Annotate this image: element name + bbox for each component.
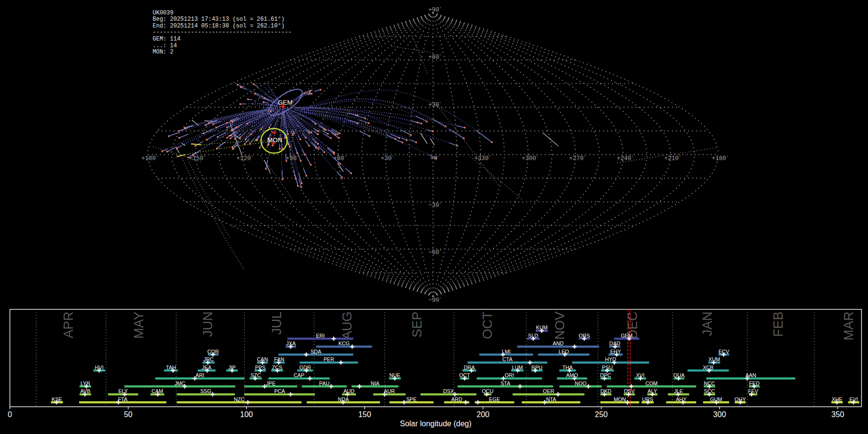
svg-text:GEM: GEM [621,333,633,339]
svg-text:KUM: KUM [536,325,548,330]
svg-text:AMO: AMO [566,372,578,378]
svg-text:+210°: +210° [664,155,681,162]
svg-text:ALY: ALY [648,388,657,394]
svg-text:50: 50 [124,410,133,419]
svg-text:PCA: PCA [274,388,285,394]
svg-text:EGE: EGE [489,396,500,402]
svg-text:...: 14: ...: 14 [153,42,177,49]
svg-text:JLE: JLE [674,388,683,394]
svg-text:AUR: AUR [384,388,395,394]
svg-text:JMC: JMC [175,380,185,386]
svg-text:SZC: SZC [250,372,261,378]
svg-text:JUL: JUL [270,312,284,335]
svg-text:AUD: AUD [343,388,354,394]
svg-text:NIA: NIA [371,380,380,386]
svg-text:End: 20251214 05:18:38 (sol =: End: 20251214 05:18:38 (sol = 262.10°) [153,23,285,29]
svg-text:FTA: FTA [118,396,128,402]
svg-text:+270°: +270° [569,155,586,162]
svg-text:LEO: LEO [558,349,569,354]
svg-text:DSX: DSX [443,388,454,394]
svg-text:KSE: KSE [52,396,62,402]
svg-text:AND: AND [553,340,564,346]
svg-text:300: 300 [713,410,726,419]
svg-text:FED: FED [749,380,760,386]
svg-text:SEP: SEP [410,312,424,338]
svg-text:JAN: JAN [700,312,715,336]
svg-text:MON: 2: MON: 2 [153,49,174,55]
svg-text:FAN: FAN [274,356,285,362]
svg-text:SDA: SDA [311,349,322,354]
svg-text:+180°: +180° [141,155,158,162]
svg-text:+300°: +300° [522,155,539,162]
svg-text:Beg: 20251213 17:43:13 (sol =: Beg: 20251213 17:43:13 (sol = 261.61°) [153,16,285,23]
svg-text:FEV: FEV [748,388,759,394]
svg-text:+120°: +120° [236,155,253,162]
svg-text:MON: MON [614,396,626,402]
svg-text:JIP: JIP [228,365,236,370]
svg-text:JRC: JRC [203,356,214,362]
svg-text:JPE: JPE [266,380,276,386]
svg-text:AVB: AVB [81,388,91,394]
svg-text:LYR: LYR [81,380,90,386]
svg-text:GEM: 114: GEM: 114 [153,36,181,42]
svg-text:NCC: NCC [704,380,715,386]
svg-text:OCT: OCT [459,372,470,378]
svg-text:AHY: AHY [676,396,686,402]
svg-text:PER: PER [324,356,334,362]
svg-text:MON: MON [267,136,283,144]
svg-text:QUA: QUA [673,372,685,378]
svg-text:MAY: MAY [132,312,146,339]
svg-text:ORI: ORI [505,372,514,378]
svg-text:OCU: OCU [482,388,493,394]
svg-text:SLD: SLD [528,333,538,339]
svg-text:RPU: RPU [531,365,542,370]
svg-text:ECV: ECV [719,349,730,354]
svg-text:FEB: FEB [771,312,786,337]
svg-text:CAM: CAM [151,388,163,394]
svg-text:ARD: ARD [451,396,462,402]
svg-text:AUG: AUG [340,312,354,340]
svg-text:HYD: HYD [605,356,616,362]
svg-text:JEA: JEA [202,365,212,370]
svg-text:EVI: EVI [850,396,858,402]
svg-text:STA: STA [501,380,511,386]
svg-text:AAN: AAN [746,372,756,378]
svg-text:CQR: CQR [207,349,219,354]
svg-text:ERI: ERI [316,333,325,339]
svg-text:XHE: XHE [832,396,842,402]
svg-text:JUN: JUN [201,312,215,337]
svg-text:DAD: DAD [610,340,621,346]
svg-text:APR: APR [61,312,76,339]
svg-text:LUM: LUM [512,365,523,370]
svg-text:SPE: SPE [406,396,417,402]
svg-text:OER: OER [543,388,555,394]
svg-text:COM: COM [645,380,657,386]
svg-text:250: 250 [595,410,608,419]
svg-text:TAH: TAH [166,365,176,370]
svg-text:XVI: XVI [636,372,644,378]
svg-text:LMI: LMI [502,349,511,354]
svg-text:OHY: OHY [734,396,746,402]
svg-text:OCT: OCT [480,312,495,339]
svg-text:GEM: GEM [278,99,293,106]
svg-text:UK0039: UK0039 [153,10,174,16]
svg-text:NOV: NOV [553,312,567,340]
svg-text:GUM: GUM [710,396,722,402]
svg-text:KCG: KCG [339,340,350,346]
svg-text:XCB: XCB [703,365,713,370]
svg-text:SCC: SCC [704,388,715,394]
svg-text:100: 100 [240,410,253,419]
svg-text:CAP: CAP [294,372,304,378]
svg-text:+180°: +180° [712,155,729,162]
svg-text:DKD: DKD [600,388,611,394]
svg-text:PSU: PSU [602,365,613,370]
svg-text:PAU: PAU [319,380,329,386]
svg-text:THA: THA [562,365,573,370]
svg-text:DPC: DPC [600,372,611,378]
svg-text:NUE: NUE [389,372,400,378]
svg-text:MAR: MAR [841,312,856,340]
svg-text:NZC: NZC [234,396,244,402]
svg-text:EHY: EHY [610,349,621,354]
svg-text:CTA: CTA [502,356,513,362]
svg-text:------------------------------: ---------------------------------------- [153,29,292,36]
